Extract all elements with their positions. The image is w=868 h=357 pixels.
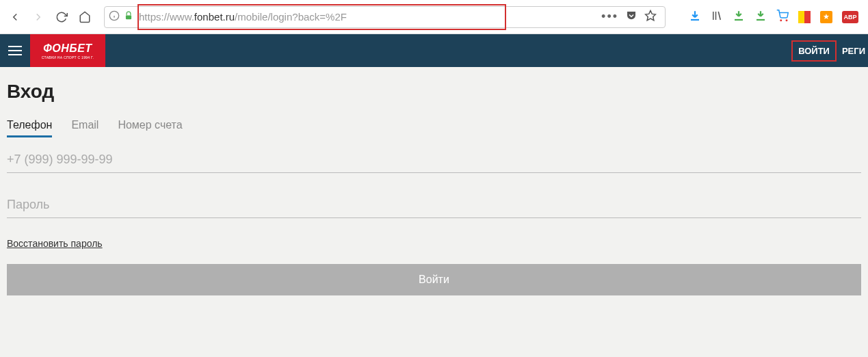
svg-point-11 — [780, 20, 782, 21]
phone-input[interactable] — [7, 147, 861, 173]
menu-button[interactable] — [0, 34, 30, 67]
tab-phone[interactable]: Телефон — [7, 119, 52, 137]
page-actions-icon[interactable]: ••• — [601, 10, 618, 24]
logo-subtitle: СТАВКИ НА СПОРТ С 1994 Г. — [42, 55, 94, 60]
download-green-icon-1[interactable] — [733, 10, 745, 25]
lock-icon — [124, 11, 133, 23]
forward-button[interactable] — [29, 8, 48, 27]
back-button[interactable] — [5, 8, 25, 27]
bookmark-flag-icon[interactable] — [798, 11, 811, 23]
login-page: Вход Телефон Email Номер счета Восстанов… — [0, 67, 868, 357]
url-text: https://www.fonbet.ru/mobile/login?back=… — [136, 11, 601, 23]
login-tabs: Телефон Email Номер счета — [7, 119, 861, 137]
info-icon — [109, 10, 120, 24]
header-actions: ВОЙТИ РЕГИ — [791, 34, 868, 67]
submit-login-button[interactable]: Войти — [7, 264, 861, 295]
tab-account[interactable]: Номер счета — [118, 119, 182, 137]
cart-icon[interactable] — [776, 10, 789, 25]
tab-email[interactable]: Email — [71, 119, 98, 137]
address-bar[interactable]: https://www.fonbet.ru/mobile/login?back=… — [104, 6, 666, 28]
logo-text: ФОНБЕТ — [43, 42, 92, 55]
address-actions: ••• — [601, 10, 661, 25]
reload-button[interactable] — [52, 8, 71, 27]
library-icon[interactable] — [711, 10, 723, 25]
site-header: ФОНБЕТ СТАВКИ НА СПОРТ С 1994 Г. ВОЙТИ Р… — [0, 34, 868, 67]
extension-icons: ★ ABP — [689, 10, 858, 25]
bookmark-star-icon[interactable] — [644, 10, 657, 25]
download-blue-icon[interactable] — [689, 10, 701, 25]
password-input[interactable] — [7, 192, 861, 218]
header-login-link[interactable]: ВОЙТИ — [791, 40, 837, 62]
site-logo[interactable]: ФОНБЕТ СТАВКИ НА СПОРТ С 1994 Г. — [30, 34, 105, 67]
header-register-link[interactable]: РЕГИ — [839, 42, 868, 60]
recover-password-link[interactable]: Восстановить пароль — [7, 238, 103, 249]
pocket-icon[interactable] — [625, 10, 637, 25]
svg-marker-4 — [646, 10, 656, 20]
home-button[interactable] — [75, 8, 94, 27]
download-green-icon-2[interactable] — [754, 10, 767, 25]
svg-line-8 — [718, 12, 720, 20]
svg-point-12 — [786, 20, 787, 21]
page-title: Вход — [7, 81, 861, 103]
browser-toolbar: https://www.fonbet.ru/mobile/login?back=… — [0, 0, 868, 34]
hamburger-icon — [8, 46, 22, 55]
svg-rect-3 — [126, 15, 131, 19]
adblock-icon[interactable]: ABP — [842, 11, 858, 23]
extension-orange-icon[interactable]: ★ — [820, 11, 832, 23]
